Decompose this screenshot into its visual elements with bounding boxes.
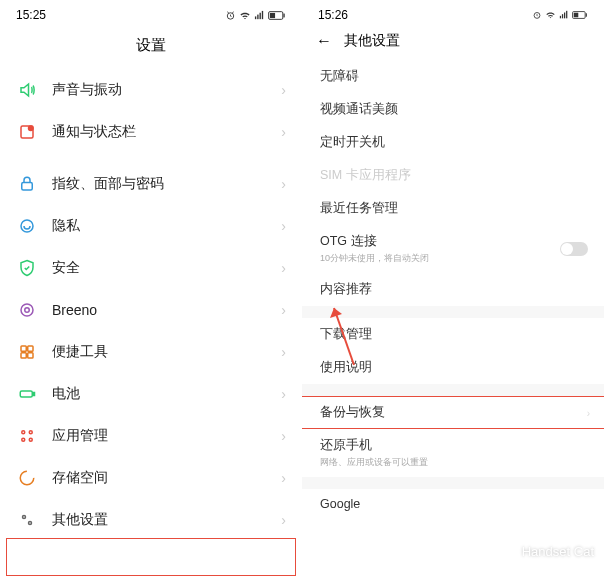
svg-rect-15: [28, 346, 33, 351]
item-label: 隐私: [52, 217, 281, 235]
item-recent-tasks[interactable]: 最近任务管理: [302, 192, 604, 225]
item-label: 通知与状态栏: [52, 123, 281, 141]
svg-rect-28: [560, 16, 561, 18]
item-label: 声音与振动: [52, 81, 281, 99]
toggle-switch[interactable]: [560, 242, 588, 256]
svg-rect-1: [255, 16, 256, 19]
item-label: 下载管理: [320, 327, 372, 341]
notification-icon: [16, 123, 38, 141]
svg-point-23: [29, 438, 32, 441]
item-label: 最近任务管理: [320, 201, 398, 215]
item-label: 指纹、面部与密码: [52, 175, 281, 193]
settings-item-storage[interactable]: 存储空间 ›: [0, 457, 302, 499]
item-label: 还原手机: [320, 438, 372, 452]
svg-rect-19: [33, 393, 35, 396]
item-label: 安全: [52, 259, 281, 277]
chevron-right-icon: ›: [281, 260, 286, 276]
settings-item-privacy[interactable]: 隐私 ›: [0, 205, 302, 247]
item-accessibility[interactable]: 无障碍: [302, 60, 604, 93]
wifi-icon: [239, 10, 251, 21]
signal-icon: [254, 10, 265, 21]
chevron-right-icon: ›: [281, 344, 286, 360]
item-video-beauty[interactable]: 视频通话美颜: [302, 93, 604, 126]
chevron-right-icon: ›: [281, 124, 286, 140]
svg-rect-10: [22, 183, 33, 191]
page-title: 其他设置: [344, 32, 400, 50]
svg-point-26: [29, 522, 32, 525]
settings-item-sound[interactable]: 声音与振动 ›: [0, 69, 302, 111]
status-time: 15:26: [318, 8, 348, 22]
svg-point-12: [21, 304, 33, 316]
watermark-icon: [494, 540, 516, 562]
watermark: Handset Cat: [494, 540, 594, 562]
item-label: 电池: [52, 385, 281, 403]
status-icons: [225, 10, 286, 21]
item-otg[interactable]: OTG 连接 10分钟未使用，将自动关闭: [302, 225, 604, 273]
item-label: 应用管理: [52, 427, 281, 445]
item-download[interactable]: 下载管理: [302, 318, 604, 351]
chevron-right-icon: ›: [281, 218, 286, 234]
item-google[interactable]: Google: [302, 489, 604, 519]
svg-point-24: [20, 471, 34, 485]
settings-item-security[interactable]: 安全 ›: [0, 247, 302, 289]
settings-item-notifications[interactable]: 通知与状态栏 ›: [0, 111, 302, 153]
page-title: 设置: [0, 26, 302, 69]
svg-point-9: [29, 126, 34, 131]
item-scheduled-power[interactable]: 定时开关机: [302, 126, 604, 159]
chevron-right-icon: ›: [281, 82, 286, 98]
sound-icon: [16, 81, 38, 99]
item-label: 无障碍: [320, 69, 359, 83]
section-divider: [302, 477, 604, 489]
left-phone-screen: 15:25 设置 声音与振动 › 通知与状态栏 › 指纹、面部与密码 › 隐私: [0, 0, 302, 576]
settings-item-biometrics[interactable]: 指纹、面部与密码 ›: [0, 163, 302, 205]
svg-rect-17: [28, 353, 33, 358]
section-divider: [302, 306, 604, 318]
svg-point-21: [29, 431, 32, 434]
settings-item-breeno[interactable]: Breeno ›: [0, 289, 302, 331]
item-label: SIM 卡应用程序: [320, 168, 411, 182]
chevron-right-icon: ›: [587, 407, 590, 418]
shield-icon: [16, 259, 38, 277]
svg-rect-33: [586, 13, 587, 16]
svg-point-20: [22, 431, 25, 434]
svg-rect-30: [564, 13, 565, 19]
item-label: 存储空间: [52, 469, 281, 487]
right-phone-screen: 15:26 ← 其他设置 无障碍 视频通话美颜 定时开关机 SIM 卡应用程序 …: [302, 0, 604, 576]
back-arrow-icon[interactable]: ←: [316, 32, 332, 50]
battery-icon: [572, 10, 588, 20]
storage-icon: [16, 469, 38, 487]
settings-item-battery[interactable]: 电池 ›: [0, 373, 302, 415]
svg-rect-2: [257, 14, 258, 19]
item-sublabel: 10分钟未使用，将自动关闭: [320, 252, 586, 265]
svg-rect-31: [566, 11, 567, 18]
item-label: Google: [320, 497, 360, 511]
settings-item-apps[interactable]: 应用管理 ›: [0, 415, 302, 457]
svg-rect-3: [260, 12, 261, 18]
item-content-rec[interactable]: 内容推荐: [302, 273, 604, 306]
watermark-text: Handset Cat: [522, 544, 594, 559]
item-label: 内容推荐: [320, 282, 372, 296]
status-icons: [532, 10, 588, 20]
status-time: 15:25: [16, 8, 46, 22]
chevron-right-icon: ›: [281, 470, 286, 486]
alarm-icon: [225, 10, 236, 21]
settings-item-tools[interactable]: 便捷工具 ›: [0, 331, 302, 373]
svg-rect-6: [283, 13, 284, 17]
svg-point-11: [21, 220, 33, 232]
item-label: 视频通话美颜: [320, 102, 398, 116]
signal-icon: [559, 10, 569, 20]
settings-item-other[interactable]: 其他设置 ›: [0, 499, 302, 541]
other-icon: [16, 511, 38, 529]
title-bar: ← 其他设置: [302, 26, 604, 60]
item-backup-restore[interactable]: 备份与恢复 ›: [302, 396, 604, 429]
battery-icon: [268, 10, 286, 21]
item-reset-phone[interactable]: 还原手机 网络、应用或设备可以重置: [302, 429, 604, 477]
svg-rect-18: [20, 391, 32, 397]
settings-list: 声音与振动 › 通知与状态栏 › 指纹、面部与密码 › 隐私 › 安全 › Br…: [0, 69, 302, 541]
wifi-icon: [545, 10, 556, 20]
item-manual[interactable]: 使用说明: [302, 351, 604, 384]
other-settings-list: 无障碍 视频通话美颜 定时开关机 SIM 卡应用程序 最近任务管理 OTG 连接…: [302, 60, 604, 519]
svg-rect-16: [21, 353, 26, 358]
battery-icon: [16, 385, 38, 403]
item-label: 备份与恢复: [320, 405, 385, 419]
